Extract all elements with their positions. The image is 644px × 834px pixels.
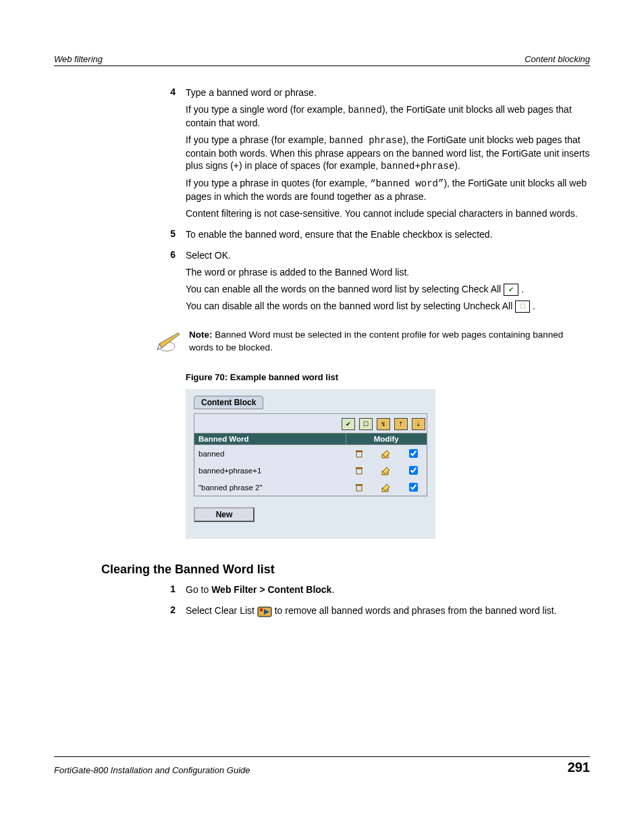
svg-rect-2 bbox=[356, 450, 363, 452]
page-header: Web filtering Content blocking bbox=[54, 54, 590, 66]
step-item: 5To enable the banned word, ensure that … bbox=[155, 228, 590, 245]
footer-page-number: 291 bbox=[568, 760, 590, 775]
edit-icon[interactable] bbox=[373, 479, 400, 496]
section-clearing-title: Clearing the Banned Word list bbox=[101, 563, 590, 577]
step-paragraph: Go to Web Filter > Content Block. bbox=[186, 583, 590, 596]
svg-rect-1 bbox=[356, 452, 362, 457]
step-number: 6 bbox=[155, 249, 186, 317]
steps-list-a: 4Type a banned word or phrase.If you typ… bbox=[155, 86, 590, 317]
delete-icon[interactable] bbox=[346, 479, 373, 496]
edit-icon[interactable] bbox=[373, 462, 400, 479]
cell-word: banned bbox=[194, 445, 346, 463]
clear-list-icon[interactable]: ↯ bbox=[377, 418, 390, 430]
edit-icon[interactable] bbox=[373, 445, 400, 463]
upload-list-icon[interactable]: ⇡ bbox=[394, 418, 408, 430]
step-paragraph: You can enable all the words on the bann… bbox=[186, 283, 590, 296]
steps-list-b: 1Go to Web Filter > Content Block.2Selec… bbox=[155, 583, 590, 621]
enable-checkbox[interactable] bbox=[400, 445, 427, 463]
step-paragraph: Select OK. bbox=[186, 249, 590, 262]
table-row: banned bbox=[194, 445, 427, 463]
tab-content-block[interactable]: Content Block bbox=[194, 396, 263, 409]
step-paragraph: You can disable all the words on the ban… bbox=[186, 300, 590, 313]
delete-icon[interactable] bbox=[346, 462, 373, 479]
figure-caption: Figure 70: Example banned word list bbox=[186, 372, 590, 382]
note-block: Note: Banned Word must be selected in th… bbox=[155, 329, 590, 355]
delete-icon[interactable] bbox=[346, 445, 373, 463]
step-item: 6Select OK.The word or phrase is added t… bbox=[155, 249, 590, 317]
svg-rect-5 bbox=[356, 467, 363, 469]
step-number: 1 bbox=[155, 583, 186, 600]
step-number: 2 bbox=[155, 604, 186, 621]
footer-guide: FortiGate-800 Installation and Configura… bbox=[54, 765, 250, 775]
uncheck-all-icon[interactable]: ☐ bbox=[359, 418, 373, 430]
svg-rect-4 bbox=[356, 469, 362, 474]
step-item: 1Go to Web Filter > Content Block. bbox=[155, 583, 590, 600]
cell-word: banned+phrase+1 bbox=[194, 462, 346, 479]
download-list-icon[interactable]: ⇣ bbox=[412, 418, 425, 430]
step-paragraph: Select Clear List to remove all banned w… bbox=[186, 604, 590, 617]
step-paragraph: Content filtering is not case-sensitive.… bbox=[186, 207, 590, 220]
header-right: Content blocking bbox=[525, 54, 590, 64]
step-item: 4Type a banned word or phrase.If you typ… bbox=[155, 86, 590, 224]
step-paragraph: If you type a phrase in quotes (for exam… bbox=[186, 177, 590, 203]
step-paragraph: Type a banned word or phrase. bbox=[186, 86, 590, 99]
list-toolbar: ✔ ☐ ↯ ⇡ ⇣ bbox=[194, 413, 427, 433]
new-button[interactable]: New bbox=[194, 507, 254, 522]
table-row: "banned phrase 2" bbox=[194, 479, 427, 496]
step-number: 5 bbox=[155, 228, 186, 245]
step-paragraph: To enable the banned word, ensure that t… bbox=[186, 228, 590, 241]
step-body: Select Clear List to remove all banned w… bbox=[186, 604, 590, 621]
note-text: Note: Banned Word must be selected in th… bbox=[189, 329, 590, 353]
banned-word-table: Banned Word Modify bannedbanned+phrase+1… bbox=[194, 433, 427, 496]
step-item: 2Select Clear List to remove all banned … bbox=[155, 604, 590, 621]
step-paragraph: The word or phrase is added to the Banne… bbox=[186, 266, 590, 279]
enable-checkbox[interactable] bbox=[400, 479, 427, 496]
svg-rect-8 bbox=[356, 484, 363, 486]
header-left: Web filtering bbox=[54, 54, 103, 64]
cell-word: "banned phrase 2" bbox=[194, 479, 346, 496]
step-paragraph: If you type a single word (for example, … bbox=[186, 103, 590, 130]
col-banned-word: Banned Word bbox=[194, 434, 346, 445]
table-row: banned+phrase+1 bbox=[194, 462, 427, 479]
enable-checkbox[interactable] bbox=[400, 462, 427, 479]
step-number: 4 bbox=[155, 86, 186, 224]
col-modify: Modify bbox=[346, 434, 427, 445]
step-body: Type a banned word or phrase.If you type… bbox=[186, 86, 590, 224]
step-body: Go to Web Filter > Content Block. bbox=[186, 583, 590, 600]
step-paragraph: If you type a phrase (for example, banne… bbox=[186, 134, 590, 174]
page-footer: FortiGate-800 Installation and Configura… bbox=[54, 756, 590, 775]
note-pencil-icon bbox=[155, 330, 182, 355]
step-body: To enable the banned word, ensure that t… bbox=[186, 228, 590, 245]
check-all-icon[interactable]: ✔ bbox=[342, 418, 355, 430]
step-body: Select OK.The word or phrase is added to… bbox=[186, 249, 590, 317]
svg-rect-7 bbox=[356, 486, 362, 491]
figure-banned-word-list: Content Block ✔ ☐ ↯ ⇡ ⇣ Banned Word Modi… bbox=[186, 389, 435, 539]
